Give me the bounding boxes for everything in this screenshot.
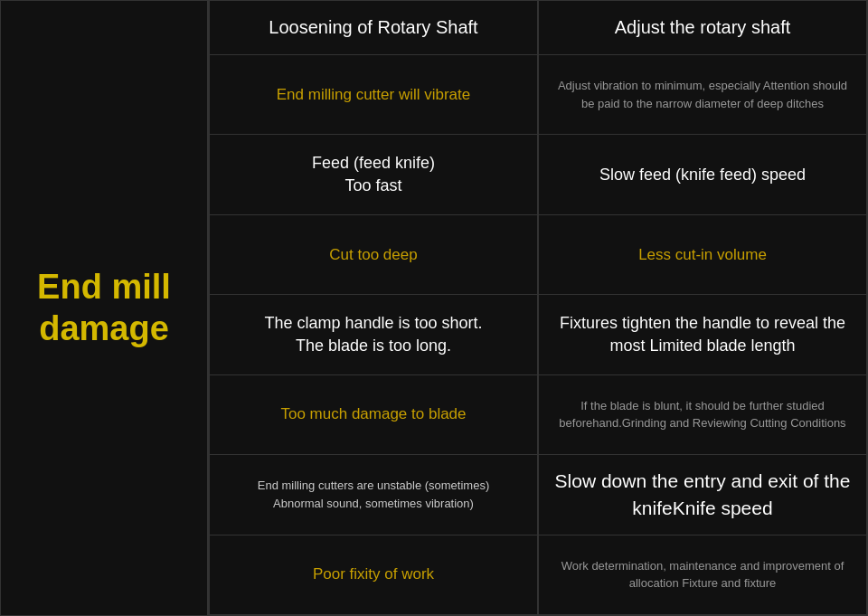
row1-col2: Adjust vibration to minimum, especially … (538, 55, 867, 134)
table-row: Too much damage to blade If the blade is… (209, 375, 867, 455)
row7-col1: Poor fixity of work (209, 535, 538, 614)
main-table: End mill damage Loosening of Rotary Shaf… (0, 0, 868, 616)
table-row: End milling cutter will vibrate Adjust v… (209, 55, 867, 135)
table-right: Loosening of Rotary Shaft Adjust the rot… (208, 0, 868, 616)
table-row: Feed (feed knife) Too fast Slow feed (kn… (209, 135, 867, 214)
table-row: Poor fixity of work Work determination, … (209, 535, 867, 615)
row2-col2: Slow feed (knife feed) speed (538, 135, 867, 213)
table-row: End milling cutters are unstable (someti… (209, 455, 867, 535)
row4-col1: The clamp handle is too short. The blade… (209, 295, 538, 374)
table-row: The clamp handle is too short. The blade… (209, 295, 867, 374)
row4-col2: Fixtures tighten the handle to reveal th… (538, 295, 867, 374)
row7-col2: Work determination, maintenance and impr… (538, 535, 867, 614)
row5-col2: If the blade is blunt, it should be furt… (538, 375, 867, 454)
row6-col2: Slow down the entry and exit of the knif… (538, 455, 867, 534)
row1-col1: End milling cutter will vibrate (209, 55, 538, 134)
col-header-1: Loosening of Rotary Shaft (209, 1, 538, 54)
col-header-2: Adjust the rotary shaft (538, 1, 867, 54)
table-rows: End milling cutter will vibrate Adjust v… (209, 55, 867, 615)
row5-col1: Too much damage to blade (209, 375, 538, 454)
row3-col2: Less cut-in volume (538, 215, 867, 294)
row6-col1: End milling cutters are unstable (someti… (209, 455, 538, 534)
table-row: Cut too deep Less cut-in volume (209, 215, 867, 295)
row3-col1: Cut too deep (209, 215, 538, 294)
column-headers: Loosening of Rotary Shaft Adjust the rot… (209, 1, 867, 55)
main-title: End mill damage (37, 267, 171, 349)
left-header-cell: End mill damage (0, 0, 208, 616)
row2-col1: Feed (feed knife) Too fast (209, 135, 538, 213)
